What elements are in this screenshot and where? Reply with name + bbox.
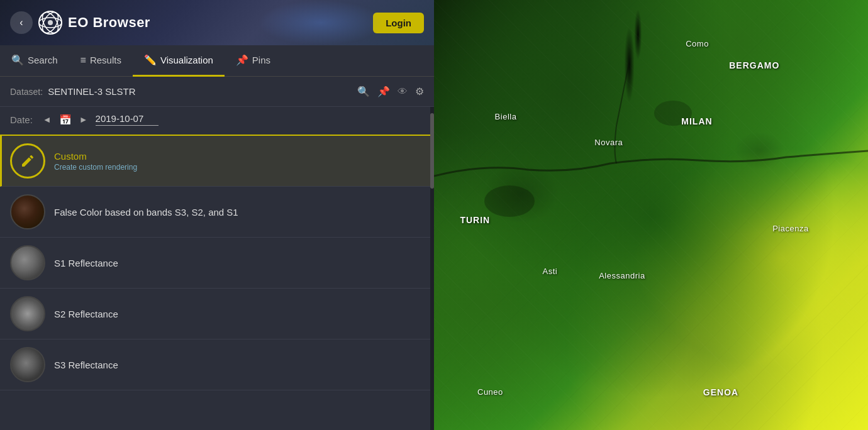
svg-point-4 xyxy=(48,20,53,25)
map-texture xyxy=(434,0,868,430)
viz-custom-sub: Create custom rendering xyxy=(54,163,424,172)
dataset-sliders-icon[interactable]: ⚙ xyxy=(415,85,424,97)
viz-s3-info: S3 Reflectance xyxy=(54,360,424,370)
dataset-eye-off-icon[interactable]: 👁 xyxy=(398,86,408,97)
viz-thumb-s2 xyxy=(10,296,45,331)
app-title: EO Browser xyxy=(68,14,150,31)
viz-custom-name: Custom xyxy=(54,151,424,162)
tab-visualization[interactable]: ✏️ Visualization xyxy=(133,45,225,77)
viz-s1-name: S1 Reflectance xyxy=(54,258,424,268)
sidebar: ‹ EO Browser Login 🔍 Search ≡ Results ✏️ xyxy=(0,0,434,430)
map-background: ComoBERGAMOBiellaNovaraMILANTURINPiacenz… xyxy=(434,0,868,430)
svg-point-5 xyxy=(484,185,535,217)
viz-thumb-s3 xyxy=(10,347,45,382)
viz-s3-name: S3 Reflectance xyxy=(54,360,424,370)
date-next-button[interactable]: ► xyxy=(77,113,91,126)
viz-item-s3[interactable]: S3 Reflectance xyxy=(0,339,434,390)
viz-s2-name: S2 Reflectance xyxy=(54,309,424,319)
scrollbar-track xyxy=(430,107,434,430)
pins-tab-icon: 📌 xyxy=(236,54,248,66)
map-label: Cuneo xyxy=(477,387,503,397)
tab-pins-label: Pins xyxy=(252,55,270,65)
map-rivers-svg xyxy=(434,0,868,430)
visualization-tab-icon: ✏️ xyxy=(144,54,157,66)
calendar-icon[interactable]: 📅 xyxy=(59,114,72,126)
login-button[interactable]: Login xyxy=(373,13,424,33)
dataset-label: Dataset: xyxy=(10,87,43,97)
viz-item-custom[interactable]: Custom Create custom rendering xyxy=(0,136,434,187)
dataset-info: Dataset: SENTINEL-3 SLSTR xyxy=(10,86,136,97)
date-label: Date: xyxy=(10,114,33,125)
svg-point-6 xyxy=(654,101,692,126)
viz-s1-info: S1 Reflectance xyxy=(54,258,424,268)
map-label: Biella xyxy=(495,112,517,121)
dataset-row: Dataset: SENTINEL-3 SLSTR 🔍 📌 👁 ⚙ xyxy=(0,77,434,107)
viz-custom-info: Custom Create custom rendering xyxy=(54,151,424,172)
viz-thumb-s1 xyxy=(10,245,45,280)
dataset-search-icon[interactable]: 🔍 xyxy=(357,85,370,97)
visualization-list: Custom Create custom rendering False Col… xyxy=(0,136,434,390)
date-prev-button[interactable]: ◄ xyxy=(40,113,54,126)
date-row: Date: ◄ 📅 ► 2019-10-07 xyxy=(0,107,434,136)
map-overlay xyxy=(434,0,868,430)
app-header: ‹ EO Browser Login xyxy=(0,0,434,45)
tab-search-label: Search xyxy=(28,55,58,65)
map-area[interactable]: ComoBERGAMOBiellaNovaraMILANTURINPiacenz… xyxy=(434,0,868,430)
viz-false-color-info: False Color based on bands S3, S2, and S… xyxy=(54,207,424,218)
viz-thumb-false-color xyxy=(10,194,45,229)
results-tab-icon: ≡ xyxy=(81,55,86,66)
viz-item-s1[interactable]: S1 Reflectance xyxy=(0,238,434,289)
search-tab-icon: 🔍 xyxy=(11,54,24,66)
map-label: BERGAMO xyxy=(729,60,779,70)
dataset-value: SENTINEL-3 SLSTR xyxy=(48,86,135,97)
map-label: Como xyxy=(686,39,709,48)
scrollbar-thumb[interactable] xyxy=(430,113,434,189)
nav-tabs: 🔍 Search ≡ Results ✏️ Visualization 📌 Pi… xyxy=(0,45,434,77)
dataset-pin-icon[interactable]: 📌 xyxy=(377,85,390,97)
tab-search[interactable]: 🔍 Search xyxy=(0,45,69,77)
date-value: 2019-10-07 xyxy=(96,113,159,126)
viz-s2-info: S2 Reflectance xyxy=(54,309,424,319)
back-button[interactable]: ‹ xyxy=(10,11,33,34)
map-label: MILAN xyxy=(681,116,712,126)
viz-false-color-name: False Color based on bands S3, S2, and S… xyxy=(54,207,424,218)
tab-results-label: Results xyxy=(90,55,121,65)
tab-pins[interactable]: 📌 Pins xyxy=(225,45,282,77)
custom-circle xyxy=(10,143,45,179)
map-label: TURIN xyxy=(460,215,490,225)
back-icon: ‹ xyxy=(19,17,23,28)
map-label: GENOA xyxy=(703,387,738,397)
map-label: Alessandria xyxy=(599,271,645,280)
logo-icon xyxy=(38,10,63,35)
map-label: Piacenza xyxy=(772,224,808,233)
tab-visualization-label: Visualization xyxy=(160,55,213,65)
viz-item-false-color[interactable]: False Color based on bands S3, S2, and S… xyxy=(0,187,434,238)
pencil-icon xyxy=(20,153,35,168)
sidebar-content: Dataset: SENTINEL-3 SLSTR 🔍 📌 👁 ⚙ Date: … xyxy=(0,77,434,430)
map-label: Novara xyxy=(594,138,623,147)
tab-results[interactable]: ≡ Results xyxy=(69,45,133,77)
dataset-icons: 🔍 📌 👁 ⚙ xyxy=(357,85,424,97)
header-left: ‹ EO Browser xyxy=(10,10,150,35)
map-label: Asti xyxy=(543,267,558,276)
viz-item-s2[interactable]: S2 Reflectance xyxy=(0,289,434,339)
